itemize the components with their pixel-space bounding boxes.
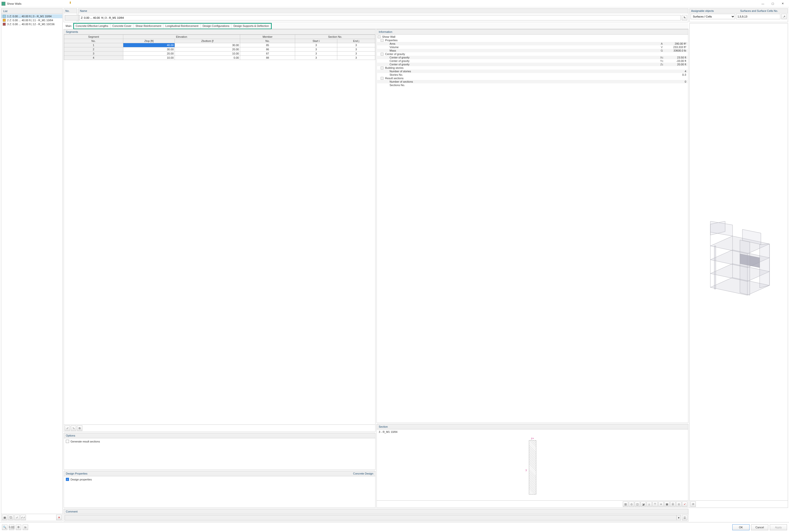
section-panel: Section 3 - R_M1 10/84 z+ y ▥ ⎙ bbox=[377, 424, 688, 508]
list-item-1[interactable]: 2 Z: 0.00 ... 40.00 ft | 11 - R_M1 10/84 bbox=[1, 18, 62, 22]
name-label: Name bbox=[78, 8, 688, 13]
comment-header: Comment bbox=[64, 509, 688, 514]
collapse-icon[interactable]: − bbox=[381, 66, 383, 69]
collapse-icon[interactable]: − bbox=[381, 77, 383, 80]
sect-tool-c[interactable]: ⊥ bbox=[647, 501, 652, 507]
list-header: List bbox=[1, 8, 62, 14]
close-button[interactable]: ✕ bbox=[778, 1, 788, 7]
comment-input[interactable] bbox=[65, 515, 676, 520]
surfaces-label: Surfaces and Surface Cells No. bbox=[739, 8, 788, 13]
viewport-3d[interactable] bbox=[690, 23, 788, 500]
tab-main[interactable]: Main bbox=[64, 23, 74, 29]
sect-tool-d[interactable]: ⊤ bbox=[652, 501, 658, 507]
pick-surfaces-icon[interactable]: ↗ bbox=[781, 14, 787, 19]
name-input[interactable] bbox=[79, 15, 681, 20]
svg-rect-11 bbox=[714, 246, 716, 289]
sect-tool-list[interactable]: ☰ bbox=[670, 501, 676, 507]
swatch-icon bbox=[3, 19, 6, 22]
edit-name-icon[interactable]: ✎ bbox=[682, 15, 687, 20]
assignable-select[interactable]: Surfaces / Cells bbox=[691, 14, 735, 19]
fx-icon[interactable]: fx bbox=[23, 525, 28, 530]
seg-tool-2[interactable]: ⤡ bbox=[71, 425, 76, 431]
svg-marker-14 bbox=[740, 240, 750, 295]
app-icon bbox=[1, 2, 5, 6]
segments-table[interactable]: SegmentElevationMemberSection No.No.Ztop… bbox=[64, 35, 375, 60]
design-header: Design Properties bbox=[66, 472, 87, 475]
list-item-0[interactable]: 1 Z: 0.00 ... 40.00 ft | 3 - R_M1 10/84 bbox=[1, 14, 62, 18]
surfaces-input[interactable] bbox=[736, 14, 781, 19]
name-cell: Name ✎ bbox=[78, 8, 688, 22]
collapse-icon[interactable]: − bbox=[378, 36, 381, 38]
tab-longitudinal-reinforcement[interactable]: Longitudinal Reinforcement bbox=[163, 23, 201, 29]
minimize-button[interactable]: — bbox=[758, 1, 768, 7]
info-row: Number of stories4 bbox=[377, 70, 688, 73]
list-tool-new[interactable]: ▦ bbox=[2, 515, 7, 520]
comment-combo[interactable]: ▾ bbox=[64, 515, 681, 520]
tab-design-configurations[interactable]: Design Configurations bbox=[201, 23, 232, 29]
assignable-cell: Assignable objects Surfaces and Surface … bbox=[689, 8, 788, 22]
help-icon[interactable]: 🔍 bbox=[2, 525, 7, 530]
collapse-icon[interactable]: − bbox=[381, 39, 383, 42]
design-panel: Design Properties Concrete Design ✓ Desi… bbox=[64, 471, 376, 508]
design-right-label: Concrete Design bbox=[353, 472, 373, 475]
tab-concrete-cover[interactable]: Concrete Cover bbox=[111, 23, 134, 29]
options-header: Options bbox=[64, 433, 375, 438]
design-props-label: Design properties bbox=[71, 478, 92, 481]
sect-tool-ok[interactable]: ✓ bbox=[682, 501, 688, 507]
units-icon[interactable]: 0,0̱0̱ bbox=[9, 525, 14, 530]
collapse-icon[interactable]: − bbox=[381, 53, 383, 56]
tab-shear-reinforcement[interactable]: Shear Reinforcement bbox=[134, 23, 163, 29]
table-row[interactable]: 320.0010.008733 bbox=[64, 52, 375, 56]
apply-button[interactable]: Apply bbox=[770, 524, 787, 530]
list-panel: List 1 Z: 0.00 ... 40.00 ft | 3 - R_M1 1… bbox=[1, 8, 63, 521]
sect-tool-lock[interactable]: ⎙ bbox=[629, 501, 634, 507]
table-row[interactable]: 140.0030.008533 bbox=[64, 43, 375, 48]
list-item-label: 1 Z: 0.00 ... 40.00 ft | 3 - R_M1 10/84 bbox=[7, 15, 52, 18]
sect-tool-b[interactable]: ◪ bbox=[640, 501, 646, 507]
sect-tool-print[interactable]: ⎙ bbox=[676, 501, 681, 507]
information-header: Information bbox=[377, 30, 688, 35]
info-row: VolumeV233.333 ft³ bbox=[377, 45, 688, 49]
list-tool-checkall[interactable]: ✓✓ bbox=[20, 515, 26, 520]
sect-tool-view[interactable]: ▥ bbox=[623, 501, 628, 507]
list-tool-delete[interactable]: ✕ bbox=[56, 515, 62, 520]
info-row: Number of sections0 bbox=[377, 80, 688, 83]
svg-marker-13 bbox=[760, 244, 770, 288]
table-row[interactable]: 230.0020.008633 bbox=[64, 48, 375, 52]
sect-tool-e[interactable]: ≡ bbox=[658, 501, 664, 507]
info-row: Center of gravityXc23.50 ft bbox=[377, 56, 688, 59]
cancel-button[interactable]: Cancel bbox=[751, 524, 768, 530]
tab-strip: MainConcrete Effective LengthsConcrete C… bbox=[64, 23, 688, 29]
list-item-2[interactable]: 3 Z: 0.00 ... 40.00 ft | 12 - R_M1 10/15… bbox=[1, 22, 62, 26]
model-icon[interactable]: ⚙ bbox=[16, 525, 21, 530]
list-item-label: 2 Z: 0.00 ... 40.00 ft | 11 - R_M1 10/84 bbox=[7, 19, 53, 22]
sect-tool-grid[interactable]: ▦ bbox=[664, 501, 670, 507]
gen-result-checkbox[interactable] bbox=[66, 440, 69, 443]
info-row: Center of gravityZc20.00 ft bbox=[377, 63, 688, 66]
section-view[interactable]: z+ y bbox=[377, 434, 688, 500]
gen-result-label: Generate result sections bbox=[71, 440, 100, 443]
ok-button[interactable]: OK bbox=[732, 524, 750, 530]
chevron-down-icon[interactable]: ▾ bbox=[676, 515, 681, 520]
segments-panel: Segments SegmentElevationMemberSection N… bbox=[64, 29, 376, 432]
seg-tool-3[interactable]: ⧉ bbox=[77, 425, 82, 431]
comment-edit-icon[interactable]: ☰ bbox=[682, 515, 688, 520]
info-row: Stories No.0-3 bbox=[377, 73, 688, 76]
design-props-checkbox[interactable]: ✓ bbox=[66, 478, 69, 481]
viewport-tool[interactable]: ⟳ bbox=[690, 501, 696, 507]
section-name: 3 - R_M1 10/84 bbox=[377, 430, 688, 434]
list-tool-copy[interactable]: ⿻ bbox=[8, 515, 14, 520]
assignable-label: Assignable objects bbox=[690, 8, 739, 13]
window-title: Shear Walls bbox=[7, 2, 758, 5]
table-row[interactable]: 410.000.008833 bbox=[64, 56, 375, 60]
sect-tool-a[interactable]: ◫ bbox=[635, 501, 640, 507]
section-header: Section bbox=[377, 424, 688, 430]
segments-header: Segments bbox=[64, 30, 375, 35]
list-tool-check[interactable]: ✓ bbox=[14, 515, 20, 520]
y-axis-label: y bbox=[526, 468, 527, 471]
information-panel: Information −Shear Wall−PropertiesAreaA2… bbox=[377, 29, 688, 423]
seg-tool-1[interactable]: ⤢ bbox=[64, 425, 70, 431]
tab-design-supports-deflection[interactable]: Design Supports & Deflection bbox=[232, 23, 271, 29]
tab-concrete-effective-lengths[interactable]: Concrete Effective Lengths bbox=[74, 23, 111, 29]
maximize-button[interactable]: ▢ bbox=[768, 1, 778, 7]
